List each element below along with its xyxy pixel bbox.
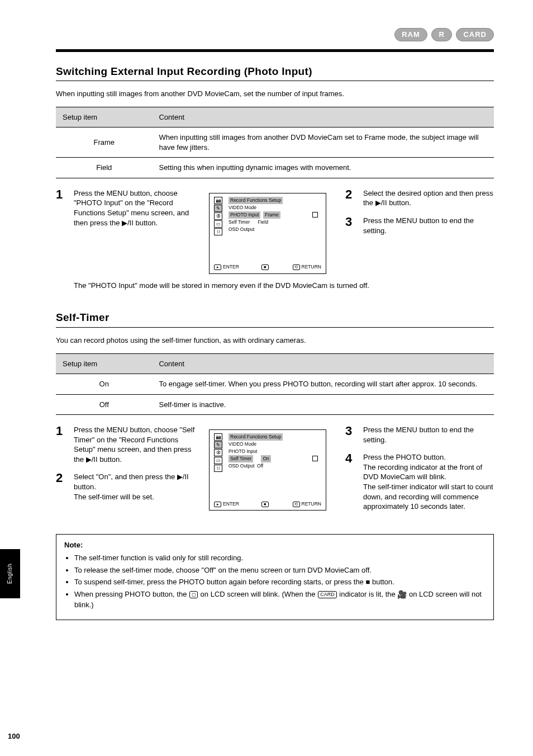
badge-r: R	[431, 28, 451, 41]
screen-line: VIDEO Mode	[229, 205, 256, 210]
page-number: 100	[8, 731, 20, 741]
table-cell: Frame	[56, 127, 152, 158]
footnote-text: The "PHOTO Input" mode will be stored in…	[74, 281, 494, 291]
timer-icon: ◻	[189, 591, 198, 598]
screen-label: RETURN	[302, 264, 321, 270]
camera-icon: 🎥	[397, 590, 407, 599]
note-box: Note: The self-timer function is valid o…	[56, 534, 494, 621]
screen-line: OSD Output	[229, 226, 254, 232]
screen-label: ENTER	[223, 501, 239, 507]
scroll-indicator-icon	[312, 456, 318, 461]
section-title: Self-Timer	[56, 310, 494, 325]
divider	[56, 327, 494, 328]
note-text: on LCD screen will blink. (When the	[198, 590, 317, 598]
menu-icon: ▭	[214, 220, 222, 228]
step-text: Select the desired option and then press…	[363, 188, 494, 208]
screen-line: PHOTO Input	[229, 211, 260, 219]
step-text: Select "On", and then press the ▶/II but…	[74, 472, 196, 502]
section-self-timer: Self-Timer You can record photos using t…	[56, 310, 494, 620]
table-header: Content	[152, 107, 494, 127]
return-icon: ⟲	[293, 264, 300, 270]
step-number: 1	[56, 188, 68, 228]
table-cell: Off	[56, 394, 152, 415]
badge-card: CARD	[456, 28, 494, 41]
screen-line: VIDEO Mode	[229, 441, 256, 447]
step-text-inner: The self-timer will be set.	[74, 493, 154, 501]
table-cell: When inputting still images from another…	[152, 127, 494, 158]
screen-value: Frame	[263, 211, 280, 219]
table-header: Setup item	[56, 353, 152, 374]
menu-icon: 📷	[214, 433, 222, 441]
divider	[56, 49, 494, 52]
step-number: 2	[56, 472, 68, 502]
step-number: 3	[345, 425, 358, 445]
lead-text: When inputting still images from another…	[56, 89, 494, 99]
note-text: indicator is lit, the	[337, 590, 398, 598]
menu-icon: ▭	[214, 457, 222, 464]
lead-text: You can record photos using the self-tim…	[56, 336, 494, 346]
screen-line: Self Timer	[229, 455, 253, 462]
screen-label: RETURN	[302, 501, 321, 507]
menu-icon: ⦿	[214, 212, 222, 220]
step-text-inner: Select "On", and then press the ▶/II but…	[74, 472, 189, 491]
divider	[56, 81, 494, 81]
screen-value: On	[261, 455, 270, 462]
menu-screenshot: 📷 ✎ ⦿ ▭ ⁞⁞ Record Functions Setup VIDEO …	[209, 429, 326, 511]
step-text-inner: Press the PHOTO button.	[363, 453, 446, 461]
step-number: 4	[345, 452, 358, 511]
scroll-indicator-icon	[312, 212, 318, 218]
screen-line: PHOTO Input	[229, 448, 257, 454]
screen-value: Off	[257, 463, 263, 469]
note-item: The self-timer function is valid only fo…	[74, 553, 486, 563]
screen-line: OSD Output	[229, 463, 254, 469]
note-heading: Note:	[64, 540, 486, 550]
stop-icon: ■	[261, 264, 269, 270]
table-cell: Self-timer is inactive.	[152, 394, 494, 415]
menu-icon: ⁞⁞	[214, 228, 222, 235]
media-badges: RAM R CARD	[56, 28, 494, 41]
language-label: English	[6, 564, 14, 584]
table-cell: On	[56, 374, 152, 395]
table-cell: Setting this when inputting dynamic imag…	[152, 158, 494, 178]
menu-icon: ⁞⁞	[214, 465, 222, 472]
note-text: When pressing PHOTO button, the	[74, 590, 189, 598]
step-text: Press the MENU button to end the setting…	[363, 216, 494, 235]
play-icon: ▸	[214, 264, 221, 270]
section-title: Switching External Input Recording (Phot…	[56, 64, 494, 79]
table-header: Content	[152, 353, 494, 374]
screen-title: Record Functions Setup	[229, 433, 283, 441]
table-header: Setup item	[56, 107, 152, 127]
step-number: 1	[56, 425, 68, 464]
options-table: Setup item Content On To engage self-tim…	[56, 353, 494, 415]
screen-title: Record Functions Setup	[229, 197, 283, 204]
menu-screenshot: 📷 ✎ ⦿ ▭ ⁞⁞ Record Functions Setup VIDEO …	[209, 193, 326, 274]
step-text: Press the MENU button, choose "Self Time…	[74, 425, 196, 464]
screen-label: ENTER	[223, 264, 239, 270]
table-cell: To engage self-timer. When you press PHO…	[152, 374, 494, 395]
step-text: Press the PHOTO button. The recording in…	[363, 452, 494, 511]
step-text: Press the MENU button, choose "PHOTO Inp…	[74, 188, 196, 228]
step-text: Press the MENU button to end the setting…	[363, 425, 494, 445]
stop-icon: ■	[261, 502, 269, 507]
options-table: Setup item Content Frame When inputting …	[56, 107, 494, 178]
menu-icon: ✎	[214, 205, 222, 212]
table-cell: Field	[56, 158, 152, 178]
step-text-inner: The self-timer indicator will start to c…	[363, 483, 493, 511]
note-item: To suspend self-timer, press the PHOTO b…	[74, 577, 486, 587]
return-icon: ⟲	[293, 502, 300, 507]
menu-icon: 📷	[214, 197, 222, 204]
play-icon: ▸	[214, 502, 221, 507]
badge-ram: RAM	[394, 28, 427, 41]
language-tab: English	[0, 549, 20, 598]
step-number: 3	[345, 216, 358, 235]
menu-icon: ⦿	[214, 449, 222, 456]
screen-line: Self Timer	[229, 219, 250, 225]
screen-value: Field	[258, 219, 268, 225]
card-icon: CARD	[318, 591, 337, 598]
note-item: When pressing PHOTO button, the ◻ on LCD…	[74, 589, 486, 610]
note-item: To release the self-timer mode, choose "…	[74, 565, 486, 575]
step-text-inner: The recording indicator at the front of …	[363, 463, 482, 481]
step-number: 2	[345, 188, 358, 208]
section-photo-input: Switching External Input Recording (Phot…	[56, 64, 494, 291]
menu-icon: ✎	[214, 441, 222, 448]
